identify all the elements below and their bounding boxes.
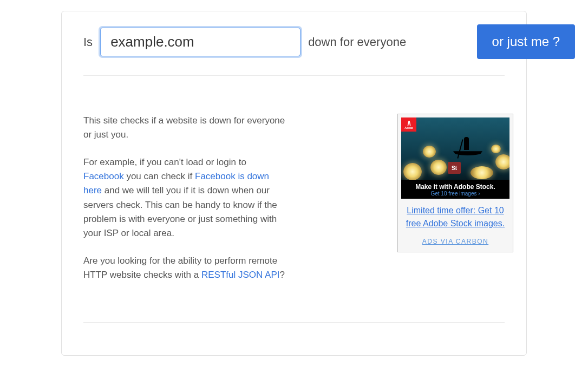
ad-box: /\ Adobe St Make it with Adobe Stock. G [397, 114, 513, 252]
content-row: This site checks if a website is down fo… [83, 114, 505, 323]
lantern-icon [471, 166, 493, 179]
suffix-label: down for everyone [308, 35, 406, 49]
lantern-icon [491, 145, 501, 153]
main-card: Is down for everyone or just me ? This s… [61, 11, 527, 356]
lantern-icon [495, 154, 509, 169]
stock-badge-icon: St [448, 162, 461, 174]
url-input[interactable] [100, 28, 300, 56]
facebook-link[interactable]: Facebook [83, 171, 124, 181]
adobe-logo-icon: /\ Adobe [401, 117, 416, 132]
lantern-icon [403, 163, 422, 180]
ad-caption-link[interactable]: Limited time offer: Get 10 free Adobe St… [401, 204, 509, 230]
desc-para-3: Are you looking for the ability to perfo… [83, 254, 289, 283]
ad-image-link[interactable]: /\ Adobe St Make it with Adobe Stock. G [401, 117, 509, 199]
lantern-icon [430, 160, 447, 175]
description-text: This site checks if a website is down fo… [83, 114, 289, 295]
boat-icon [454, 137, 481, 164]
desc-para-2: For example, if you can't load or login … [83, 155, 289, 241]
desc-para-1: This site checks if a website is down fo… [83, 114, 289, 142]
ad-overlay-title: Make it with Adobe Stock. [401, 183, 509, 191]
check-button[interactable]: or just me ? [477, 24, 575, 59]
api-link[interactable]: RESTful JSON API [201, 270, 280, 280]
prefix-label: Is [83, 35, 93, 49]
ad-overlay: Make it with Adobe Stock. Get 10 free im… [401, 180, 509, 199]
ad-overlay-sub: Get 10 free images › [401, 191, 509, 197]
lantern-icon [423, 146, 436, 158]
ad-via-link[interactable]: ADS VIA CARBON [401, 238, 509, 245]
check-form: Is down for everyone or just me ? [83, 28, 505, 76]
